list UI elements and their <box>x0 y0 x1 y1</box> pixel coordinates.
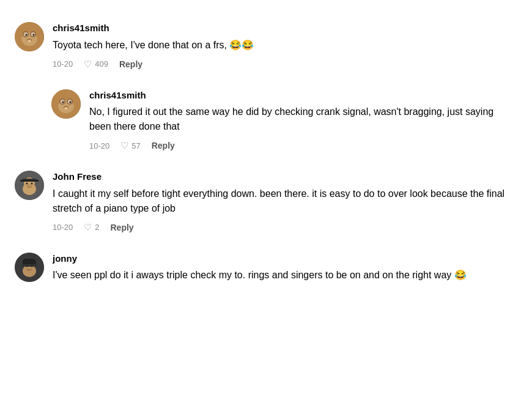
likes-count: 409 <box>95 59 108 69</box>
svg-point-26 <box>31 183 33 185</box>
svg-point-25 <box>26 183 28 185</box>
comment-text: I caught it my self before tight everyth… <box>53 187 517 216</box>
heart-icon: ♡ <box>120 140 128 151</box>
reply-button[interactable]: Reply <box>110 223 133 232</box>
svg-point-16 <box>62 101 64 103</box>
comment-body: jonnyI've seen ppl do it i aways triple … <box>53 253 517 283</box>
svg-point-33 <box>26 265 28 267</box>
comment-comment-2: chris41smithNo, I figured it out the sam… <box>15 80 517 161</box>
comment-username: chris41smith <box>53 22 517 34</box>
avatar <box>51 89 81 119</box>
heart-icon: ♡ <box>84 222 92 233</box>
comment-date: 10-20 <box>53 59 73 69</box>
avatar <box>15 253 44 282</box>
comment-comment-1: chris41smithToyota tech here, I've done … <box>15 12 517 80</box>
comment-body: chris41smithNo, I figured it out the sam… <box>89 89 517 152</box>
comment-likes[interactable]: ♡2 <box>84 222 99 233</box>
comment-body: John FreseI caught it my self before tig… <box>53 171 517 233</box>
comment-comment-3: John FreseI caught it my self before tig… <box>15 161 517 243</box>
svg-point-34 <box>31 265 33 267</box>
comment-username: jonny <box>53 253 517 265</box>
svg-point-9 <box>28 40 31 42</box>
comment-username: John Frese <box>53 171 517 183</box>
reply-button[interactable]: Reply <box>119 59 142 69</box>
svg-rect-24 <box>20 180 39 182</box>
comment-meta: 10-20♡57Reply <box>89 140 517 151</box>
likes-count: 2 <box>95 223 99 232</box>
comment-username: chris41smith <box>89 89 517 102</box>
svg-point-27 <box>26 184 32 187</box>
comment-date: 10-20 <box>89 141 109 150</box>
heart-icon: ♡ <box>84 59 92 70</box>
comment-text: No, I figured it out the same way he did… <box>89 105 517 134</box>
comment-likes[interactable]: ♡409 <box>84 59 108 70</box>
comment-meta: 10-20♡409Reply <box>53 59 517 70</box>
comment-meta: 10-20♡2Reply <box>53 222 517 233</box>
comment-text: I've seen ppl do it i aways triple check… <box>53 268 517 283</box>
comment-body: chris41smithToyota tech here, I've done … <box>53 22 517 70</box>
comment-likes[interactable]: ♡57 <box>120 140 140 151</box>
avatar <box>15 171 44 200</box>
avatar <box>15 22 44 51</box>
svg-point-7 <box>33 34 35 36</box>
reply-button[interactable]: Reply <box>152 141 175 150</box>
comment-text: Toyota tech here, I've done that on a fr… <box>53 38 517 53</box>
svg-point-6 <box>26 34 28 36</box>
svg-point-17 <box>70 101 72 103</box>
comment-date: 10-20 <box>53 223 73 232</box>
comment-list: chris41smithToyota tech here, I've done … <box>15 12 517 292</box>
comment-comment-4: jonnyI've seen ppl do it i aways triple … <box>15 243 517 293</box>
svg-point-19 <box>64 107 68 109</box>
likes-count: 57 <box>131 141 140 150</box>
svg-rect-32 <box>21 264 37 267</box>
